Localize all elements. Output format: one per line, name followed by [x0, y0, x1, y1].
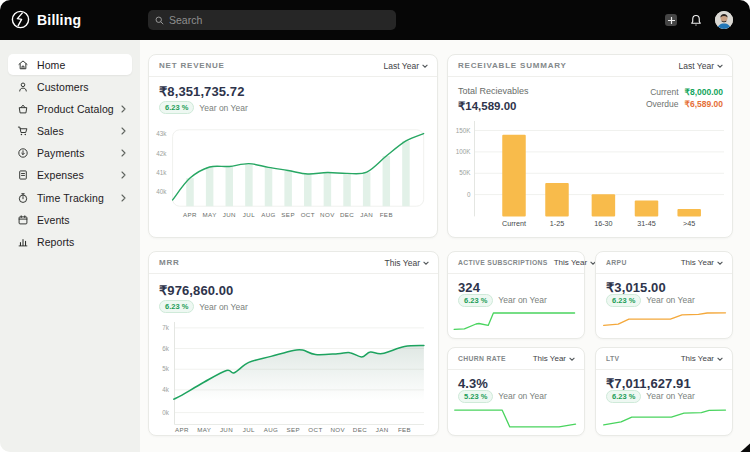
chevron-down-icon: [717, 261, 723, 265]
sidebar-item-expenses[interactable]: Expenses: [8, 165, 132, 186]
churn-rate-card: CHURN RATE This Year 4.3% 5.23 % Year on…: [447, 347, 585, 436]
ltv-title: LTV: [606, 355, 619, 362]
plus-icon: [668, 17, 675, 24]
svg-text:42k: 42k: [156, 150, 167, 157]
bell-icon: [690, 14, 702, 27]
total-receivables-label: Total Recievables: [458, 86, 529, 96]
notifications-button[interactable]: [690, 14, 702, 27]
period-label: This Year: [533, 354, 566, 363]
net-revenue-period-dropdown[interactable]: Last Year: [384, 61, 428, 71]
chevron-right-icon: [121, 149, 126, 157]
svg-text:JUN: JUN: [223, 211, 236, 218]
customers-icon: [17, 81, 29, 93]
svg-text:31-45: 31-45: [637, 219, 655, 228]
mrr-period-dropdown[interactable]: This Year: [385, 258, 429, 268]
svg-text:SEP: SEP: [286, 426, 300, 433]
active-subscriptions-period-dropdown[interactable]: This Year: [554, 258, 596, 267]
svg-text:6k: 6k: [162, 345, 170, 352]
svg-text:FEB: FEB: [380, 211, 393, 218]
chevron-right-icon: [121, 194, 126, 202]
sidebar-item-product-catalog[interactable]: Product Catalog: [8, 98, 132, 119]
svg-text:MAY: MAY: [203, 211, 217, 218]
chevron-down-icon: [422, 64, 428, 68]
active-subscriptions-badge: 6.23 %: [458, 294, 493, 307]
svg-text:43k: 43k: [156, 130, 167, 137]
sidebar-item-sales[interactable]: Sales: [8, 121, 132, 142]
receivable-period-dropdown[interactable]: Last Year: [679, 61, 723, 71]
sidebar-item-label: Events: [37, 214, 70, 226]
sidebar-item-label: Time Tracking: [37, 192, 104, 204]
svg-text:150K: 150K: [456, 127, 472, 134]
arpu-title: ARPU: [606, 259, 627, 266]
mrr-badge: 6.23 %: [159, 300, 194, 313]
arpu-badge: 6.23 %: [606, 294, 641, 307]
svg-text:NOV: NOV: [320, 211, 335, 218]
svg-text:1-25: 1-25: [550, 219, 564, 228]
expenses-icon: [17, 169, 29, 181]
chevron-down-icon: [423, 261, 429, 265]
aging-summary: Current ₹8,000.00 Overdue ₹6,589.00: [646, 87, 723, 113]
sidebar-item-time-tracking[interactable]: Time Tracking: [8, 187, 132, 208]
svg-text:JAN: JAN: [376, 426, 389, 433]
mrr-value: ₹976,860.00: [159, 283, 233, 298]
svg-text:0k: 0k: [162, 409, 170, 416]
svg-text:AUG: AUG: [264, 426, 279, 433]
svg-text:100K: 100K: [456, 148, 472, 155]
sidebar-item-home[interactable]: Home: [8, 54, 132, 75]
churn-rate-title: CHURN RATE: [458, 355, 506, 362]
receivable-summary-card: RECEIVABLE SUMMARY Last Year Total Recie…: [447, 54, 733, 238]
sidebar-item-reports[interactable]: Reports: [8, 232, 132, 253]
ltv-period-dropdown[interactable]: This Year: [681, 354, 723, 363]
net-revenue-badge: 6.23 %: [159, 101, 194, 114]
sidebar-item-events[interactable]: Events: [8, 209, 132, 230]
arpu-yoy-label: Year on Year: [646, 295, 694, 305]
home-icon: [17, 59, 29, 71]
receivable-chart: 150K100K50K0Current1-2516-3031-45>45: [448, 55, 734, 239]
active-subscriptions-card: ACTIVE SUBSCRIPTIONS This Year 324 6.23 …: [447, 251, 585, 339]
svg-text:41k: 41k: [156, 169, 167, 176]
current-label: Current: [650, 87, 678, 97]
sidebar-item-label: Product Catalog: [37, 103, 114, 115]
svg-text:DEC: DEC: [353, 426, 367, 433]
active-subscriptions-yoy-label: Year on Year: [498, 295, 546, 305]
churn-rate-period-dropdown[interactable]: This Year: [533, 354, 575, 363]
total-receivables: Total Recievables ₹14,589.00: [458, 86, 529, 113]
chevron-down-icon: [717, 357, 723, 361]
period-label: Last Year: [384, 61, 419, 71]
svg-text:MAY: MAY: [197, 426, 211, 433]
svg-text:JUL: JUL: [243, 211, 255, 218]
search-icon: [155, 16, 164, 25]
sidebar-item-label: Sales: [37, 125, 64, 137]
svg-text:JUN: JUN: [220, 426, 233, 433]
arpu-card: ARPU This Year ₹3,015.00 6.23 % Year on …: [595, 251, 733, 339]
user-avatar[interactable]: [715, 11, 733, 29]
sidebar-item-payments[interactable]: Payments: [8, 143, 132, 164]
svg-text:>45: >45: [683, 219, 695, 228]
app-title: Billing: [37, 12, 81, 28]
arpu-period-dropdown[interactable]: This Year: [681, 258, 723, 267]
sidebar-item-label: Payments: [37, 147, 85, 159]
mrr-yoy-label: Year on Year: [199, 302, 247, 312]
period-label: This Year: [681, 258, 714, 267]
mrr-card: MRR This Year ₹976,860.00 6.23 % Year on…: [148, 251, 439, 436]
active-subscriptions-title: ACTIVE SUBSCRIPTIONS: [458, 259, 548, 266]
ltv-yoy-label: Year on Year: [646, 391, 694, 401]
net-revenue-chart: 43k42k41k40kAPRMAYJUNJULAUGSEPOCTNOVDECJ…: [149, 55, 439, 239]
svg-text:APR: APR: [175, 426, 189, 433]
mrr-title: MRR: [159, 258, 180, 267]
sales-icon: [17, 125, 29, 137]
sidebar-item-customers[interactable]: Customers: [8, 76, 132, 97]
svg-text:AUG: AUG: [261, 211, 276, 218]
svg-text:40k: 40k: [156, 188, 167, 195]
period-label: This Year: [385, 258, 420, 268]
svg-text:4k: 4k: [162, 386, 170, 393]
brand: Billing: [11, 10, 81, 29]
search-input[interactable]: Search: [148, 10, 396, 30]
svg-text:5k: 5k: [162, 365, 170, 372]
events-icon: [17, 214, 29, 226]
period-label: This Year: [554, 258, 587, 267]
period-label: Last Year: [679, 61, 714, 71]
billing-app: Billing Search: [0, 0, 750, 452]
add-button[interactable]: [665, 14, 677, 26]
chevron-right-icon: [121, 127, 126, 135]
